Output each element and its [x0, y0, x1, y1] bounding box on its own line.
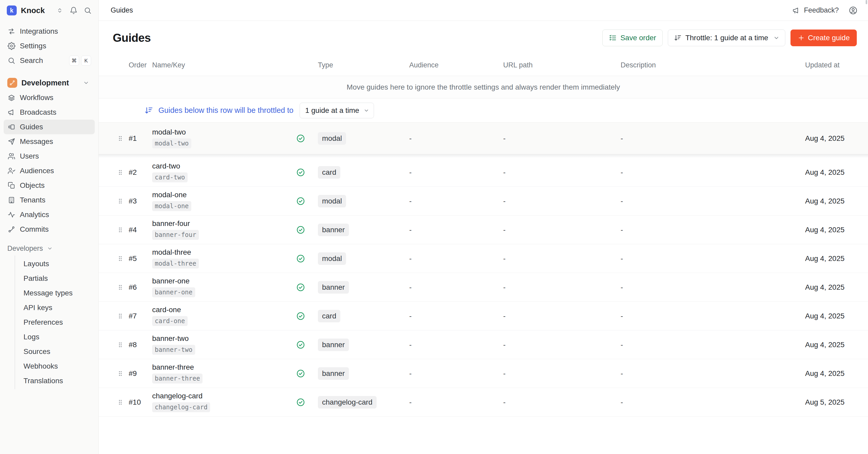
keyboard-shortcut-key: ⌘	[69, 56, 79, 65]
app-window: k Knock IntegrationsSettingsSearch⌘K Dev…	[0, 0, 868, 454]
sidebar-item-label: API keys	[24, 304, 52, 312]
guide-url-path: -	[503, 312, 621, 320]
guide-description: -	[621, 226, 805, 234]
guide-description: -	[621, 398, 805, 406]
sidebar-item-settings[interactable]: Settings	[4, 39, 95, 53]
search-icon[interactable]	[84, 6, 92, 15]
guide-row-changelog-card[interactable]: #10changelog-cardchangelog-cardchangelog…	[99, 388, 868, 417]
guide-updated-at: Aug 4, 2025	[805, 168, 868, 177]
guide-key-badge: banner-one	[152, 287, 195, 297]
sidebar-item-broadcasts[interactable]: Broadcasts	[4, 105, 95, 120]
workspace-switcher[interactable]: k Knock	[0, 0, 98, 21]
drag-handle[interactable]	[117, 169, 129, 176]
drag-handle[interactable]	[117, 135, 129, 142]
row-drop-shadow	[99, 154, 868, 158]
sidebar-item-workflows[interactable]: Workflows	[4, 90, 95, 105]
sidebar-item-users[interactable]: Users	[4, 149, 95, 164]
environment-badge-icon	[7, 78, 17, 88]
sidebar-item-search[interactable]: Search⌘K	[4, 53, 95, 68]
guide-name: modal-one	[152, 191, 292, 199]
drag-handle[interactable]	[117, 255, 129, 262]
sidebar-item-audiences[interactable]: Audiences	[4, 164, 95, 178]
save-order-button[interactable]: Save order	[602, 30, 662, 46]
guide-row-banner-one[interactable]: #6banner-onebanner-onebanner---Aug 4, 20…	[99, 273, 868, 302]
sidebar-item-logs[interactable]: Logs	[15, 330, 98, 344]
guide-name: changelog-card	[152, 392, 292, 400]
guide-url-path: -	[503, 254, 621, 263]
guide-status-active-icon	[292, 254, 310, 263]
guide-row-banner-three[interactable]: #9banner-threebanner-threebanner---Aug 4…	[99, 359, 868, 388]
guide-audience: -	[409, 369, 503, 378]
guide-updated-at: Aug 4, 2025	[805, 254, 868, 263]
drag-handle[interactable]	[117, 226, 129, 233]
guide-row-card-one[interactable]: #7card-onecard-onecard---Aug 4, 2025	[99, 302, 868, 331]
environment-switcher[interactable]: Development	[4, 75, 95, 90]
megaphone-icon	[7, 108, 16, 116]
drag-handle[interactable]	[117, 313, 129, 319]
account-menu-button[interactable]	[849, 6, 858, 15]
guide-type-badge: card	[318, 310, 340, 322]
chevron-down-icon	[83, 79, 91, 86]
scrollbar-thumb[interactable]	[866, 0, 867, 4]
column-header-url-path: URL path	[503, 61, 621, 69]
guide-row-card-two[interactable]: #2card-twocard-twocard---Aug 4, 2025	[99, 158, 868, 187]
chevron-down-icon	[363, 107, 370, 114]
guide-row-modal-three[interactable]: #5modal-threemodal-threemodal---Aug 4, 2…	[99, 244, 868, 273]
guide-audience: -	[409, 312, 503, 320]
guide-type-badge: modal	[318, 195, 346, 207]
guide-row-banner-four[interactable]: #4banner-fourbanner-fourbanner---Aug 4, …	[99, 216, 868, 244]
guide-type-badge: banner	[318, 367, 349, 380]
sidebar-item-layouts[interactable]: Layouts	[15, 257, 98, 271]
sidebar-item-guides[interactable]: Guides	[4, 120, 95, 134]
sidebar-item-messages[interactable]: Messages	[4, 134, 95, 149]
guide-updated-at: Aug 4, 2025	[805, 341, 868, 349]
guide-name-cell: banner-threebanner-three	[152, 364, 292, 384]
sidebar-item-commits[interactable]: Commits	[4, 222, 95, 237]
sidebar-item-webhooks[interactable]: Webhooks	[15, 359, 98, 373]
guide-row-modal-two[interactable]: #1modal-twomodal-twomodal---Aug 4, 2025	[99, 122, 868, 154]
guide-row-banner-two[interactable]: #8banner-twobanner-twobanner---Aug 4, 20…	[99, 331, 868, 359]
guides-icon	[7, 123, 16, 131]
guide-key-badge: banner-two	[152, 345, 195, 355]
drag-handle[interactable]	[117, 198, 129, 204]
environment-label: Development	[22, 79, 69, 87]
sidebar-item-label: Objects	[20, 181, 44, 190]
guide-order: #6	[129, 283, 152, 291]
sidebar-item-analytics[interactable]: Analytics	[4, 207, 95, 222]
drag-handle[interactable]	[117, 399, 129, 406]
sidebar-item-message-types[interactable]: Message types	[15, 286, 98, 301]
throttle-amount-select[interactable]: 1 guide at a time	[300, 103, 374, 118]
column-header-name-key: Name/Key	[152, 61, 292, 69]
guide-status-active-icon	[292, 134, 310, 143]
sidebar-item-translations[interactable]: Translations	[15, 373, 98, 388]
plus-icon	[798, 34, 805, 41]
sidebar-item-api-keys[interactable]: API keys	[15, 301, 98, 315]
sidebar-item-sources[interactable]: Sources	[15, 344, 98, 359]
sidebar-top-list: IntegrationsSettingsSearch⌘K	[0, 21, 98, 68]
sidebar-item-label: Integrations	[20, 27, 58, 35]
guide-row-modal-one[interactable]: #3modal-onemodal-onemodal---Aug 4, 2025	[99, 187, 868, 216]
sidebar-item-partials[interactable]: Partials	[15, 271, 98, 286]
sidebar-item-objects[interactable]: Objects	[4, 178, 95, 193]
guide-updated-at: Aug 4, 2025	[805, 283, 868, 291]
drag-handle[interactable]	[117, 341, 129, 348]
ignore-throttle-dropzone[interactable]: Move guides here to ignore the throttle …	[99, 76, 868, 98]
sidebar-item-preferences[interactable]: Preferences	[15, 315, 98, 330]
workspace-expand-icon[interactable]	[56, 7, 63, 14]
sidebar-item-integrations[interactable]: Integrations	[4, 24, 95, 39]
guide-description: -	[621, 283, 805, 291]
guide-name: banner-one	[152, 277, 292, 285]
guide-order: #9	[129, 369, 152, 378]
drag-handle[interactable]	[117, 284, 129, 291]
sidebar-item-label: Search	[20, 56, 43, 65]
activity-icon	[7, 211, 16, 219]
feedback-button[interactable]: Feedback?	[792, 6, 839, 15]
guide-order: #2	[129, 168, 152, 177]
developers-section-toggle[interactable]: Developers	[0, 242, 98, 255]
drag-handle[interactable]	[117, 370, 129, 377]
sidebar-item-tenants[interactable]: Tenants	[4, 193, 95, 207]
throttle-dropdown-button[interactable]: Throttle: 1 guide at a time	[668, 30, 785, 46]
developers-label: Developers	[7, 245, 43, 253]
create-guide-button[interactable]: Create guide	[790, 30, 857, 46]
notifications-bell-icon[interactable]	[70, 6, 78, 15]
